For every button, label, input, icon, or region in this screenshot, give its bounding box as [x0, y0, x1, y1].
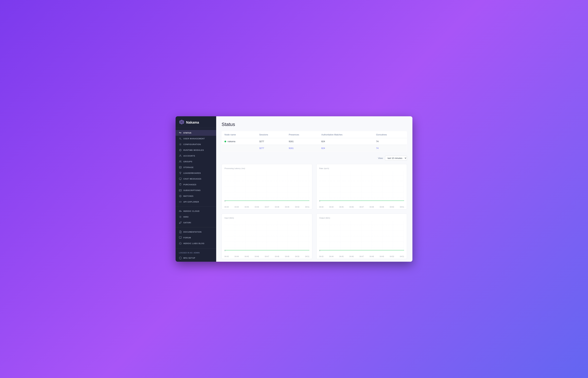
svg-point-22: [180, 161, 181, 162]
chart-output: Output (kb/s) 0: [316, 214, 407, 259]
chart-area-processing-latency: 0: [224, 172, 309, 205]
shield-icon: [179, 256, 182, 259]
chart-zero-label-output: 0: [319, 250, 320, 252]
status-dot: [224, 141, 226, 142]
chart-title-input: Input (kb/s): [224, 216, 309, 219]
table-row: nakama 3277 9161 824 74: [222, 138, 407, 145]
sidebar-item-storage[interactable]: STORAGE: [176, 164, 216, 170]
chart-svg-output: [319, 221, 404, 255]
chart-time-labels-processing-latency: 04:43 04:44 04:45 04:46 04:47 04:48 04:4…: [224, 205, 309, 208]
chart-title-rate: Rate (rpc/s): [319, 167, 404, 170]
nav-divider-1: [176, 206, 216, 207]
chart-processing-latency: Processing Latency (ms) 0: [222, 164, 312, 209]
sidebar-item-groups[interactable]: GROUPS: [176, 159, 216, 164]
chart-title-output: Output (kb/s): [319, 216, 404, 219]
app-container: Nakama STATUS USER MANAGEMENT: [176, 116, 412, 262]
col-goroutines: Goroutines: [373, 131, 407, 138]
main-content: Status Node name Sessions Presences Auth…: [216, 116, 412, 262]
credit-card-icon: [179, 189, 182, 192]
sidebar-item-user-management[interactable]: USER MANAGEMENT: [176, 136, 216, 141]
goroutines-cell: 74: [373, 138, 407, 145]
chart-area-output: 0: [319, 221, 404, 255]
settings-icon: [179, 143, 182, 146]
sidebar-item-forum[interactable]: FORUM: [176, 235, 216, 241]
status-table: Node name Sessions Presences Authoritati…: [222, 131, 407, 152]
sidebar-bottom: LOGGED IN AS: ADMIN MFA SETUP LOGOUT: [176, 248, 216, 262]
totals-presences-cell: 9161: [286, 145, 319, 152]
sidebar-logo: Nakama: [176, 116, 216, 128]
sidebar-item-purchases[interactable]: PURCHASES: [176, 182, 216, 188]
svg-point-8: [180, 138, 181, 139]
sidebar-item-accounts[interactable]: ACCOUNTS: [176, 153, 216, 159]
cloud-icon: [179, 210, 182, 213]
charts-grid: Processing Latency (ms) 0: [222, 164, 407, 259]
nakama-logo-icon: [179, 120, 184, 125]
svg-line-9: [181, 139, 182, 140]
svg-rect-25: [179, 178, 182, 179]
col-node-name: Node name: [222, 131, 257, 138]
svg-point-32: [180, 216, 181, 217]
page-title: Status: [222, 122, 407, 127]
chart-zero-label-input: 0: [224, 250, 225, 252]
svg-rect-36: [179, 237, 182, 238]
message-icon: [179, 177, 182, 180]
svg-point-29: [179, 195, 181, 197]
cpu-icon: [179, 149, 182, 151]
sidebar-item-runtime-modules[interactable]: RUNTIME MODULES: [176, 147, 216, 153]
sidebar-item-matches[interactable]: MATCHES: [176, 193, 216, 199]
trophy-icon: [179, 172, 182, 175]
gear-icon: [179, 216, 182, 218]
totals-sessions-cell: 3277: [256, 145, 286, 152]
leaf-icon: [179, 221, 182, 224]
sidebar-item-configuration[interactable]: CONFIGURATION: [176, 141, 216, 147]
sidebar: Nakama STATUS USER MANAGEMENT: [176, 116, 216, 262]
totals-goroutines-cell: 74: [373, 145, 407, 152]
col-presences: Presences: [286, 131, 319, 138]
sidebar-item-documentation[interactable]: DOCUMENTATION: [176, 229, 216, 235]
sidebar-item-satori[interactable]: SATORI: [176, 220, 216, 226]
auth-matches-cell: 824: [319, 138, 374, 145]
chart-input: Input (kb/s) 0: [222, 214, 312, 259]
sidebar-item-mfa-setup[interactable]: MFA SETUP: [176, 255, 216, 261]
sidebar-item-hiro[interactable]: HIRO: [176, 214, 216, 220]
sidebar-item-heroic-labs-blog[interactable]: HEROIC LABS BLOG: [176, 241, 216, 246]
sidebar-item-logout[interactable]: LOGOUT: [176, 261, 216, 262]
app-name: Nakama: [186, 121, 199, 124]
chart-time-labels-output: 04:43 04:44 04:45 04:46 04:47 04:48 04:4…: [319, 255, 404, 257]
sidebar-item-api-explorer[interactable]: API EXPLORER: [176, 199, 216, 205]
sidebar-item-status[interactable]: STATUS: [176, 130, 216, 136]
svg-line-31: [180, 201, 181, 203]
col-auth-matches: Authoritative Matches: [319, 131, 374, 138]
database-icon: [179, 166, 182, 169]
sidebar-item-subscriptions[interactable]: SUBSCRIPTIONS: [176, 188, 216, 193]
col-sessions: Sessions: [256, 131, 286, 138]
chart-title-processing-latency: Processing Latency (ms): [224, 167, 309, 170]
svg-rect-12: [180, 149, 181, 151]
svg-point-11: [180, 144, 181, 145]
chart-zero-label-rate: 0: [319, 200, 320, 202]
svg-point-30: [180, 196, 181, 196]
key-icon: [179, 137, 182, 140]
logged-in-label: LOGGED IN AS: ADMIN: [176, 251, 216, 255]
svg-point-21: [180, 155, 181, 156]
users-icon: [179, 160, 182, 163]
table-header-row: Node name Sessions Presences Authoritati…: [222, 131, 407, 138]
chart-area-rate: 0: [319, 172, 404, 205]
sidebar-item-chat-messages[interactable]: CHAT MESSAGES: [176, 176, 216, 182]
chat-icon: [179, 236, 182, 239]
chart-time-labels-input: 04:43 04:44 04:45 04:46 04:47 04:48 04:4…: [224, 255, 309, 257]
svg-point-23: [181, 161, 181, 162]
view-select[interactable]: last 10 minuteslast 30 minuteslast 1 hou…: [385, 156, 407, 161]
table-totals-row: 3277 9161 824 74: [222, 145, 407, 152]
chart-zero-label: 0: [224, 200, 225, 202]
chart-time-labels-rate: 04:43 04:44 04:45 04:46 04:47 04:48 04:4…: [319, 205, 404, 208]
chart-svg-input: [224, 221, 309, 255]
sessions-cell: 3277: [256, 138, 286, 145]
circle-icon: [179, 195, 182, 197]
sidebar-item-leaderboards[interactable]: LEADERBOARDS: [176, 170, 216, 176]
node-cell: nakama: [222, 138, 257, 145]
sidebar-item-heroic-cloud[interactable]: HEROIC CLOUD: [176, 208, 216, 214]
chart-svg-processing-latency: [224, 172, 309, 205]
chart-area-input: 0: [224, 221, 309, 255]
chart-svg-rate: [319, 172, 404, 205]
